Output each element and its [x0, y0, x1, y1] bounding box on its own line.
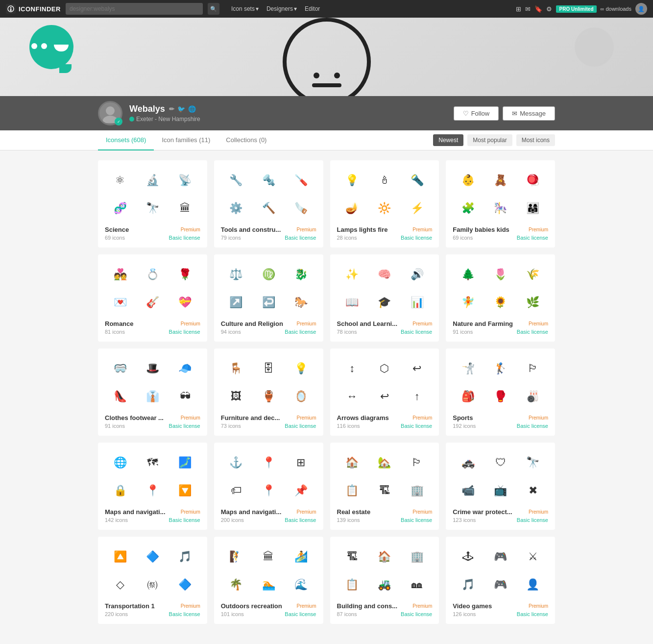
- twitter-icon[interactable]: 🐦: [177, 105, 185, 113]
- preview-icon: ⬡: [369, 355, 400, 381]
- icon-count: 192 icons: [453, 423, 476, 429]
- icon-count: 79 icons: [221, 235, 241, 241]
- card-title: Clothes footwear ...: [105, 414, 164, 421]
- preview-icon: 📹: [453, 477, 483, 503]
- bookmark-icon[interactable]: 🔖: [534, 5, 542, 13]
- edit-icon[interactable]: ✏: [169, 105, 174, 113]
- premium-badge: Premium: [296, 321, 316, 326]
- preview-icon: 📍: [137, 477, 168, 503]
- icon-card[interactable]: 🤺🏌🏳🎒🥊🎳 Sports Premium 192 icons Basic li…: [446, 348, 555, 436]
- icon-card[interactable]: 🕹🎮⚔🎵🎮👤 Video games Premium 126 icons Bas…: [446, 537, 555, 624]
- sort-newest[interactable]: Newest: [433, 134, 463, 146]
- premium-badge: Premium: [296, 415, 316, 421]
- nav-iconsets[interactable]: Icon sets ▾: [228, 4, 262, 13]
- preview-icon: 🎠: [485, 195, 516, 221]
- icon-card[interactable]: 🌲🌷🌾🧚🌻🌿 Nature and Farming Premium 91 ico…: [446, 254, 555, 342]
- icon-card[interactable]: ↕⬡↩↔↩↑ Arrows diagrams Premium 116 icons…: [330, 348, 439, 436]
- icon-card[interactable]: 🏗🏠🏢📋🚜🏘 Building and cons... Premium 87 i…: [330, 537, 439, 624]
- card-title: Maps and navigati...: [105, 508, 166, 516]
- preview-icon: 💑: [105, 261, 135, 287]
- preview-icon: 🥽: [105, 355, 135, 381]
- icon-card[interactable]: 🚓🛡🔭📹📺✖ Crime war protect... Premium 123 …: [446, 443, 555, 530]
- globe-icon[interactable]: 🌐: [188, 105, 196, 113]
- user-avatar[interactable]: 👤: [635, 3, 647, 15]
- card-title: Culture and Religion: [221, 320, 283, 327]
- icon-count: 94 icons: [221, 329, 241, 335]
- preview-icon: 🕹: [453, 544, 483, 570]
- preview-icon: 🏳: [518, 355, 548, 381]
- preview-icon: 🎮: [485, 571, 516, 597]
- premium-badge: Premium: [296, 509, 316, 515]
- icon-card[interactable]: 🪑🗄💡🖼🏺🪞 Furniture and dec... Premium 73 i…: [214, 348, 323, 436]
- follow-button[interactable]: ♡ Follow: [454, 106, 499, 121]
- tab-iconsets[interactable]: Iconsets (608): [98, 130, 154, 150]
- preview-icon: 🏢: [402, 477, 432, 503]
- card-title: Video games: [453, 602, 492, 610]
- profile-actions: ♡ Follow ✉ Message: [454, 106, 555, 121]
- preview-icon: ♍: [253, 261, 284, 287]
- license-label: Basic license: [517, 517, 548, 523]
- preview-icon: 🏗: [337, 544, 367, 570]
- preview-icon: 🌿: [518, 289, 548, 315]
- profile-banner: [0, 18, 653, 96]
- preview-icon: 📊: [402, 289, 432, 315]
- profile-name: Webalys ✏ 🐦 🌐: [129, 104, 447, 114]
- preview-icon: 📺: [485, 477, 516, 503]
- tab-collections[interactable]: Collections (0): [218, 130, 274, 150]
- preview-icon: 🔭: [518, 449, 548, 475]
- icon-count: 69 icons: [105, 235, 125, 241]
- icon-card[interactable]: 🔧🔩🪛⚙️🔨🪚 Tools and constru... Premium 79 …: [214, 160, 323, 248]
- preview-icon: 🗺: [137, 449, 168, 475]
- premium-badge: Premium: [181, 227, 200, 232]
- banner-decoration: [575, 27, 614, 67]
- preview-icon: 🛡: [485, 449, 516, 475]
- icon-card[interactable]: 🧗🏛🏄🌴🏊🌊 Outdoors recreation Premium 101 i…: [214, 537, 323, 624]
- icon-card[interactable]: 🌐🗺🗾🔒📍🔽 Maps and navigati... Premium 142 …: [98, 443, 207, 530]
- icon-card[interactable]: 🏠🏡🏳📋🏗🏢 Real estate Premium 139 icons Bas…: [330, 443, 439, 530]
- pro-downloads-label: ∞ downloads: [601, 6, 632, 12]
- nav-designers[interactable]: Designers ▾: [264, 4, 300, 13]
- icon-card[interactable]: ⚓📍⊞🏷📍📌 Maps and navigati... Premium 200 …: [214, 443, 323, 530]
- icon-count: 123 icons: [453, 517, 476, 523]
- icon-card[interactable]: 👶🧸🪀🧩🎠👨‍👩‍👧 Family babies kids Premium 69…: [446, 160, 555, 248]
- preview-icon: ⚔: [518, 544, 548, 570]
- icon-card[interactable]: 🥽🎩🧢👠👔🕶 Clothes footwear ... Premium 91 i…: [98, 348, 207, 436]
- preview-icon: 🌲: [453, 261, 483, 287]
- premium-badge: Premium: [412, 227, 432, 232]
- preview-icon: 🧠: [369, 261, 400, 287]
- preview-icon: 🏠: [337, 449, 367, 475]
- mail-icon[interactable]: ✉: [525, 5, 531, 13]
- profile-avatar-wrapper: ✓: [98, 101, 122, 125]
- preview-icon: 🔩: [253, 167, 284, 193]
- license-label: Basic license: [517, 235, 548, 241]
- icon-card[interactable]: ⚖️♍🐉↗️↩️🐎 Culture and Religion Premium 9…: [214, 254, 323, 342]
- settings-icon[interactable]: ⚙: [546, 5, 552, 13]
- icon-card[interactable]: 💡🕯🔦🪔🔆⚡ Lamps lights fire Premium 28 icon…: [330, 160, 439, 248]
- icon-card[interactable]: 💑💍🌹💌🎸💝 Romance Premium 81 icons Basic li…: [98, 254, 207, 342]
- preview-icon: ⚓: [221, 449, 251, 475]
- preview-icon: 🧩: [453, 195, 483, 221]
- sort-most-icons[interactable]: Most icons: [516, 134, 555, 146]
- sort-popular[interactable]: Most popular: [467, 134, 512, 146]
- preview-icon: 💡: [337, 167, 367, 193]
- icon-card[interactable]: 🔼🔷🎵◇㉀🔷 Transportation 1 Premium 220 icon…: [98, 537, 207, 624]
- search-input[interactable]: [66, 3, 203, 15]
- preview-icon: 🎓: [369, 289, 400, 315]
- search-button[interactable]: 🔍: [208, 3, 219, 15]
- icon-card[interactable]: ⚛🔬📡🧬🔭🏛 Science Premium 69 icons Basic li…: [98, 160, 207, 248]
- message-button[interactable]: ✉ Message: [503, 106, 555, 121]
- preview-icon: 👨‍👩‍👧: [518, 195, 548, 221]
- icon-card[interactable]: ✨🧠🔊📖🎓📊 School and Learni... Premium 78 i…: [330, 254, 439, 342]
- tab-icon-families[interactable]: Icon families (11): [154, 130, 218, 150]
- grid-icon[interactable]: ⊞: [516, 5, 521, 13]
- premium-badge: Premium: [412, 415, 432, 421]
- preview-icon: 💡: [286, 355, 316, 381]
- preview-icon: 👠: [105, 383, 135, 409]
- license-label: Basic license: [169, 235, 200, 241]
- card-title: Science: [105, 226, 129, 233]
- preview-icon: ⊞: [286, 449, 316, 475]
- license-label: Basic license: [401, 611, 432, 617]
- logo[interactable]: ICONFINDER: [6, 4, 61, 14]
- nav-editor[interactable]: Editor: [302, 4, 323, 13]
- preview-icon: 🎵: [170, 544, 200, 570]
